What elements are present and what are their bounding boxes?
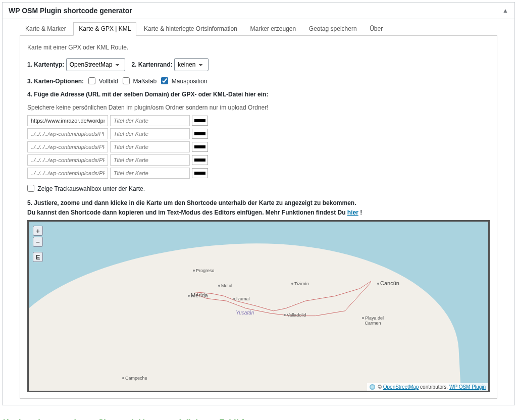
label-mausposition: Mausposition xyxy=(172,78,208,85)
city-valladolid: Valladolid xyxy=(284,312,306,318)
map-controls: + − E xyxy=(33,226,43,263)
checkbox-mausposition[interactable] xyxy=(161,77,168,84)
tab-bar: Karte & Marker Karte & GPX | KML Karte &… xyxy=(20,22,497,36)
color-picker-2[interactable] xyxy=(192,129,208,139)
url-input-2[interactable] xyxy=(27,128,108,139)
intro-text: Karte mit einer GPX oder KML Route. xyxy=(27,44,490,51)
checkbox-trackbox[interactable] xyxy=(27,185,34,192)
city-campeche: Campeche xyxy=(122,376,147,381)
title-input-5[interactable] xyxy=(110,168,190,179)
shortcode-generator-panel: WP OSM Plugin shortcode generator ▲ Kart… xyxy=(2,2,515,405)
url-input-4[interactable] xyxy=(27,154,108,166)
url-input-1[interactable] xyxy=(27,115,108,126)
tab-ueber[interactable]: Über xyxy=(364,22,388,35)
title-input-2[interactable] xyxy=(110,128,190,139)
file-row-5 xyxy=(27,168,490,179)
zoom-out-button[interactable]: − xyxy=(33,237,43,247)
step4-note: Speichere keine persönlichen Daten im pl… xyxy=(27,104,490,111)
color-picker-4[interactable] xyxy=(192,155,208,165)
label-massstab: Maßstab xyxy=(133,78,157,85)
panel-header: WP OSM Plugin shortcode generator ▲ xyxy=(3,3,514,19)
zoom-in-button[interactable]: + xyxy=(33,226,43,236)
label-kartenrand: 2. Kartenrand: xyxy=(131,61,172,68)
label-optionen: 3. Karten-Optionen: xyxy=(27,78,84,85)
row-step4: 4. Füge die Adresse (URL mit der selben … xyxy=(27,91,490,98)
color-picker-1[interactable] xyxy=(192,116,208,126)
tab-karte-gpx-kml[interactable]: Karte & GPX | KML xyxy=(73,22,136,36)
map-route xyxy=(29,222,488,391)
label-step4: 4. Füge die Adresse (URL mit der selben … xyxy=(27,91,268,98)
title-input-4[interactable] xyxy=(110,154,190,166)
city-progreso: Progreso xyxy=(193,268,215,273)
row-optionen: 3. Karten-Optionen: Vollbild Maßstab Mau… xyxy=(27,77,490,85)
checkbox-massstab[interactable] xyxy=(123,77,130,84)
panel-title: WP OSM Plugin shortcode generator xyxy=(9,7,132,15)
city-motul: Motul xyxy=(218,283,232,288)
city-izamal: Izamal xyxy=(233,296,250,301)
row-kartentyp-rand: 1. Kartentyp: OpenStreetMap 2. Kartenran… xyxy=(27,58,490,71)
tab-karte-marker[interactable]: Karte & Marker xyxy=(20,22,72,35)
export-button[interactable]: E xyxy=(33,252,43,262)
city-tizimin: Tizimín xyxy=(291,281,309,286)
file-row-1 xyxy=(27,115,490,126)
title-input-3[interactable] xyxy=(110,141,190,152)
url-input-5[interactable] xyxy=(27,168,108,179)
label-kartentyp: 1. Kartentyp: xyxy=(27,61,64,68)
row-trackbox: Zeige Trackauswahlbox unter der Karte. xyxy=(27,185,490,192)
tab-geotag[interactable]: Geotag speichern xyxy=(303,22,363,35)
label-vollbild: Vollbild xyxy=(99,78,118,85)
select-kartentyp[interactable]: OpenStreetMap xyxy=(66,58,125,71)
file-row-2 xyxy=(27,128,490,139)
title-input-1[interactable] xyxy=(110,115,190,126)
file-row-4 xyxy=(27,154,490,166)
url-input-3[interactable] xyxy=(27,141,108,152)
label-trackbox: Zeige Trackauswahlbox unter der Karte. xyxy=(37,185,145,192)
file-row-3 xyxy=(27,141,490,152)
checkbox-vollbild[interactable] xyxy=(88,77,95,84)
city-cancun: Cancún xyxy=(377,280,399,286)
link-hier[interactable]: hier xyxy=(347,209,358,216)
region-yucatan: Yucatán xyxy=(236,310,254,316)
city-playa: Playa delCarmen xyxy=(362,316,384,326)
color-picker-3[interactable] xyxy=(192,142,208,152)
step5-text: 5. Justiere, zoome und dann klicke in di… xyxy=(27,198,490,217)
select-kartenrand[interactable]: keinen xyxy=(174,58,209,71)
panel-body: Karte & Marker Karte & GPX | KML Karte &… xyxy=(3,19,514,405)
tab-content: Karte mit einer GPX oder KML Route. 1. K… xyxy=(20,36,497,399)
city-merida: Mérida xyxy=(188,292,208,298)
tab-karte-ortsinfo[interactable]: Karte & hinterlegte Ortsinformation xyxy=(138,22,243,35)
color-picker-5[interactable] xyxy=(192,168,208,178)
tab-marker-erzeugen[interactable]: Marker erzeugen xyxy=(245,22,302,35)
map-container[interactable]: Progreso Mérida Motul Izamal Tizimín Val… xyxy=(27,220,490,392)
panel-toggle-icon[interactable]: ▲ xyxy=(502,7,508,14)
